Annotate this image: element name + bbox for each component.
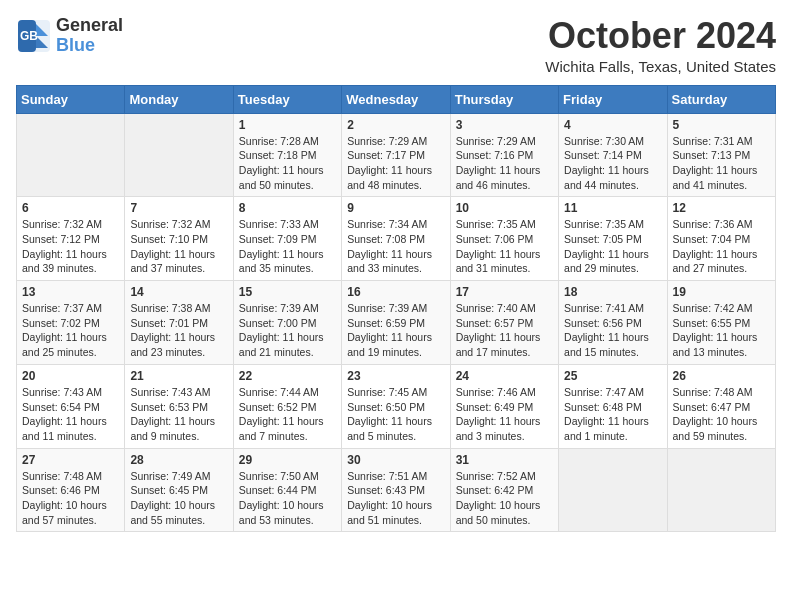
calendar-cell: 31Sunrise: 7:52 AMSunset: 6:42 PMDayligh… [450,448,558,532]
day-number: 17 [456,285,553,299]
calendar-cell: 17Sunrise: 7:40 AMSunset: 6:57 PMDayligh… [450,281,558,365]
day-info: Sunrise: 7:49 AMSunset: 6:45 PMDaylight:… [130,469,227,528]
day-number: 9 [347,201,444,215]
day-number: 23 [347,369,444,383]
calendar-cell: 22Sunrise: 7:44 AMSunset: 6:52 PMDayligh… [233,364,341,448]
logo: GB General Blue [16,16,123,56]
day-info: Sunrise: 7:48 AMSunset: 6:47 PMDaylight:… [673,385,770,444]
day-info: Sunrise: 7:52 AMSunset: 6:42 PMDaylight:… [456,469,553,528]
calendar-cell: 4Sunrise: 7:30 AMSunset: 7:14 PMDaylight… [559,113,667,197]
day-info: Sunrise: 7:50 AMSunset: 6:44 PMDaylight:… [239,469,336,528]
day-info: Sunrise: 7:37 AMSunset: 7:02 PMDaylight:… [22,301,119,360]
day-info: Sunrise: 7:36 AMSunset: 7:04 PMDaylight:… [673,217,770,276]
day-number: 20 [22,369,119,383]
day-info: Sunrise: 7:41 AMSunset: 6:56 PMDaylight:… [564,301,661,360]
calendar-cell: 1Sunrise: 7:28 AMSunset: 7:18 PMDaylight… [233,113,341,197]
day-number: 24 [456,369,553,383]
calendar-cell [17,113,125,197]
day-info: Sunrise: 7:35 AMSunset: 7:05 PMDaylight:… [564,217,661,276]
day-info: Sunrise: 7:30 AMSunset: 7:14 PMDaylight:… [564,134,661,193]
calendar-cell: 6Sunrise: 7:32 AMSunset: 7:12 PMDaylight… [17,197,125,281]
calendar-cell: 8Sunrise: 7:33 AMSunset: 7:09 PMDaylight… [233,197,341,281]
day-info: Sunrise: 7:38 AMSunset: 7:01 PMDaylight:… [130,301,227,360]
calendar-cell: 2Sunrise: 7:29 AMSunset: 7:17 PMDaylight… [342,113,450,197]
page-header: GB General Blue October 2024 Wichita Fal… [16,16,776,75]
day-info: Sunrise: 7:47 AMSunset: 6:48 PMDaylight:… [564,385,661,444]
day-number: 6 [22,201,119,215]
logo-general-text: General [56,16,123,36]
calendar-cell: 18Sunrise: 7:41 AMSunset: 6:56 PMDayligh… [559,281,667,365]
calendar-cell: 24Sunrise: 7:46 AMSunset: 6:49 PMDayligh… [450,364,558,448]
calendar-cell: 13Sunrise: 7:37 AMSunset: 7:02 PMDayligh… [17,281,125,365]
calendar-cell: 28Sunrise: 7:49 AMSunset: 6:45 PMDayligh… [125,448,233,532]
day-number: 11 [564,201,661,215]
day-number: 13 [22,285,119,299]
calendar-cell: 26Sunrise: 7:48 AMSunset: 6:47 PMDayligh… [667,364,775,448]
calendar-cell [125,113,233,197]
day-number: 2 [347,118,444,132]
day-info: Sunrise: 7:29 AMSunset: 7:17 PMDaylight:… [347,134,444,193]
calendar-cell: 30Sunrise: 7:51 AMSunset: 6:43 PMDayligh… [342,448,450,532]
calendar-week-2: 6Sunrise: 7:32 AMSunset: 7:12 PMDaylight… [17,197,776,281]
day-info: Sunrise: 7:33 AMSunset: 7:09 PMDaylight:… [239,217,336,276]
title-block: October 2024 Wichita Falls, Texas, Unite… [545,16,776,75]
day-number: 3 [456,118,553,132]
day-header-sunday: Sunday [17,85,125,113]
day-number: 12 [673,201,770,215]
day-number: 18 [564,285,661,299]
day-number: 1 [239,118,336,132]
calendar-header-row: SundayMondayTuesdayWednesdayThursdayFrid… [17,85,776,113]
calendar-cell: 20Sunrise: 7:43 AMSunset: 6:54 PMDayligh… [17,364,125,448]
day-number: 7 [130,201,227,215]
calendar-cell: 9Sunrise: 7:34 AMSunset: 7:08 PMDaylight… [342,197,450,281]
day-header-saturday: Saturday [667,85,775,113]
day-info: Sunrise: 7:32 AMSunset: 7:12 PMDaylight:… [22,217,119,276]
calendar-cell: 19Sunrise: 7:42 AMSunset: 6:55 PMDayligh… [667,281,775,365]
calendar-cell: 23Sunrise: 7:45 AMSunset: 6:50 PMDayligh… [342,364,450,448]
calendar-week-3: 13Sunrise: 7:37 AMSunset: 7:02 PMDayligh… [17,281,776,365]
day-info: Sunrise: 7:43 AMSunset: 6:53 PMDaylight:… [130,385,227,444]
day-number: 4 [564,118,661,132]
day-header-thursday: Thursday [450,85,558,113]
calendar-week-4: 20Sunrise: 7:43 AMSunset: 6:54 PMDayligh… [17,364,776,448]
day-info: Sunrise: 7:35 AMSunset: 7:06 PMDaylight:… [456,217,553,276]
day-number: 30 [347,453,444,467]
calendar-week-5: 27Sunrise: 7:48 AMSunset: 6:46 PMDayligh… [17,448,776,532]
calendar-cell [667,448,775,532]
day-number: 10 [456,201,553,215]
calendar-cell: 7Sunrise: 7:32 AMSunset: 7:10 PMDaylight… [125,197,233,281]
day-number: 26 [673,369,770,383]
logo-icon: GB [16,18,52,54]
day-info: Sunrise: 7:28 AMSunset: 7:18 PMDaylight:… [239,134,336,193]
day-info: Sunrise: 7:29 AMSunset: 7:16 PMDaylight:… [456,134,553,193]
calendar-cell: 27Sunrise: 7:48 AMSunset: 6:46 PMDayligh… [17,448,125,532]
day-number: 31 [456,453,553,467]
day-number: 14 [130,285,227,299]
day-info: Sunrise: 7:34 AMSunset: 7:08 PMDaylight:… [347,217,444,276]
calendar-cell [559,448,667,532]
day-info: Sunrise: 7:39 AMSunset: 7:00 PMDaylight:… [239,301,336,360]
day-header-wednesday: Wednesday [342,85,450,113]
calendar-week-1: 1Sunrise: 7:28 AMSunset: 7:18 PMDaylight… [17,113,776,197]
day-info: Sunrise: 7:42 AMSunset: 6:55 PMDaylight:… [673,301,770,360]
day-info: Sunrise: 7:46 AMSunset: 6:49 PMDaylight:… [456,385,553,444]
day-number: 8 [239,201,336,215]
calendar-cell: 11Sunrise: 7:35 AMSunset: 7:05 PMDayligh… [559,197,667,281]
day-number: 15 [239,285,336,299]
day-info: Sunrise: 7:51 AMSunset: 6:43 PMDaylight:… [347,469,444,528]
calendar-cell: 16Sunrise: 7:39 AMSunset: 6:59 PMDayligh… [342,281,450,365]
day-number: 16 [347,285,444,299]
calendar-table: SundayMondayTuesdayWednesdayThursdayFrid… [16,85,776,533]
day-number: 22 [239,369,336,383]
calendar-cell: 3Sunrise: 7:29 AMSunset: 7:16 PMDaylight… [450,113,558,197]
day-info: Sunrise: 7:32 AMSunset: 7:10 PMDaylight:… [130,217,227,276]
calendar-cell: 10Sunrise: 7:35 AMSunset: 7:06 PMDayligh… [450,197,558,281]
day-info: Sunrise: 7:44 AMSunset: 6:52 PMDaylight:… [239,385,336,444]
day-header-tuesday: Tuesday [233,85,341,113]
day-number: 25 [564,369,661,383]
month-title: October 2024 [545,16,776,56]
day-info: Sunrise: 7:40 AMSunset: 6:57 PMDaylight:… [456,301,553,360]
location-text: Wichita Falls, Texas, United States [545,58,776,75]
calendar-cell: 12Sunrise: 7:36 AMSunset: 7:04 PMDayligh… [667,197,775,281]
day-header-friday: Friday [559,85,667,113]
